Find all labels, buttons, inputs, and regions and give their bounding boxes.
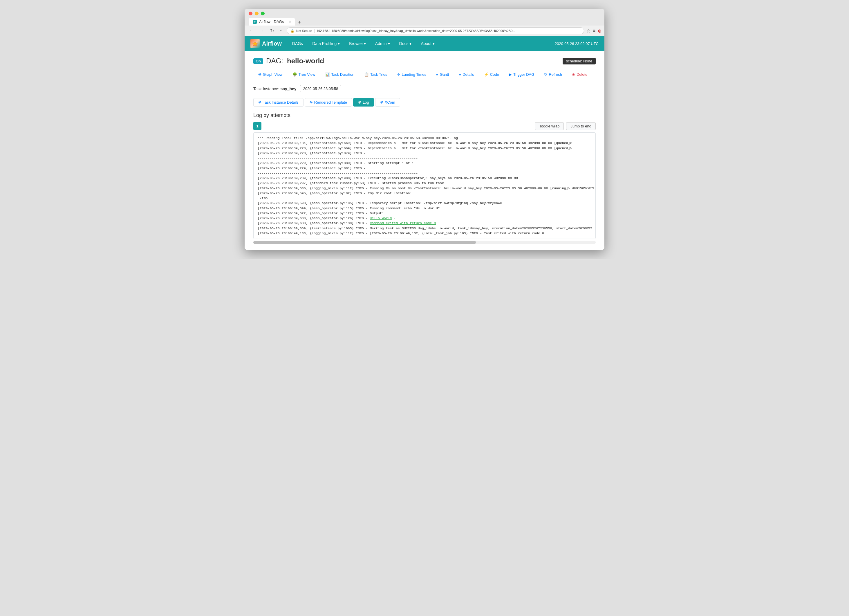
nav-docs-label: Docs [399,41,408,46]
new-tab-button[interactable]: + [296,19,303,25]
profile-button[interactable]: ⊗ [598,28,602,34]
log-controls: 1 Toggle wrap Jump to end [253,122,596,130]
nav-browse-arrow: ▾ [364,41,366,46]
landing-times-icon: ✈ [397,72,401,77]
dag-tab-nav: ❋ Graph View 🌳 Tree View 📊 Task Duration… [253,70,596,79]
task-instance-label: Task Instance: say_hey [253,87,296,91]
topbar-datetime: 2020-05-26 23:09:07 UTC [555,42,599,46]
browser-controls [249,12,600,15]
log-action-buttons: Toggle wrap Jump to end [535,122,596,130]
refresh-label: Refresh [549,72,562,77]
nav-docs-arrow: ▾ [410,41,411,46]
dag-header: On DAG: hello-world schedule: None [253,57,596,65]
not-secure-label: Not Secure [296,29,312,33]
dag-title: DAG: hello-world [266,57,324,65]
dag-title-name: hello-world [287,57,324,65]
nav-data-profiling-arrow: ▾ [338,41,340,46]
nav-admin[interactable]: Admin ▾ [371,37,395,51]
sub-tab-rendered-template[interactable]: ❋ Rendered Template [305,98,352,107]
tab-code[interactable]: ⚡ Code [479,70,504,79]
delete-icon: ⊗ [572,72,575,77]
toggle-wrap-button[interactable]: Toggle wrap [535,122,564,130]
trigger-dag-icon: ▶ [509,72,512,77]
logo-icon [250,39,260,48]
task-instance-details-label: Task Instance Details [263,100,299,104]
trigger-dag-label: Trigger DAG [513,72,534,77]
gantt-label: Gantt [440,72,449,77]
task-duration-label: Task Duration [331,72,354,77]
sub-tab-nav: ❋ Task Instance Details ❋ Rendered Templ… [253,98,596,107]
tab-delete[interactable]: ⊗ Delete [567,70,593,79]
tab-details[interactable]: ≡ Details [454,70,479,79]
rendered-template-icon: ❋ [310,100,313,104]
jump-to-end-button[interactable]: Jump to end [566,122,596,130]
app-logo: Airflow [250,39,282,48]
nav-browse[interactable]: Browse ▾ [344,37,371,51]
tab-trigger-dag[interactable]: ▶ Trigger DAG [504,70,539,79]
attempt-badge[interactable]: 1 [253,122,261,130]
log-section-title: Log by attempts [253,112,596,118]
nav-docs[interactable]: Docs ▾ [395,37,416,51]
tab-tree-view[interactable]: 🌳 Tree View [287,70,320,79]
url-separator: | [314,29,315,33]
details-icon: ≡ [459,72,461,77]
command-exit-output: Command exited with return code 0 [370,221,436,225]
tab-close-button[interactable]: × [289,20,291,24]
main-content: On DAG: hello-world schedule: None ❋ Gra… [244,51,605,250]
url-text: 192.168.1.150:8080/admin/airflow/log?tas… [317,29,515,33]
nav-admin-label: Admin [375,41,387,46]
dag-title-prefix: DAG: [266,57,283,65]
task-instance-row: Task Instance: say_hey 2020-05-26 23:05:… [253,85,596,92]
xcom-label: XCom [385,100,395,104]
nav-about-label: About [421,41,432,46]
app-topbar: Airflow DAGs Data Profiling ▾ Browse ▾ A… [244,36,605,51]
sub-tab-xcom[interactable]: ❋ XCom [375,98,400,107]
tree-view-icon: 🌳 [292,72,297,77]
rendered-template-label: Rendered Template [314,100,347,104]
browser-navbar: ← → ↻ ⌂ 🔒 Not Secure | 192.168.1.150:808… [244,25,605,36]
tab-landing-times[interactable]: ✈ Landing Times [392,70,432,79]
app-nav: DAGs Data Profiling ▾ Browse ▾ Admin ▾ D… [287,37,555,51]
nav-dags-label: DAGs [292,41,303,46]
code-icon: ⚡ [484,72,489,77]
arrow-icon: ↙ [394,216,396,220]
menu-button[interactable]: ≡ [593,28,596,33]
browser-window: ✈ Airflow - DAGs × + ← → ↻ ⌂ 🔒 Not Secur… [244,9,605,250]
tab-graph-view[interactable]: ❋ Graph View [253,70,287,79]
nav-data-profiling[interactable]: Data Profiling ▾ [308,37,344,51]
nav-browse-label: Browse [349,41,363,46]
nav-dags[interactable]: DAGs [287,37,308,51]
nav-about-arrow: ▾ [433,41,435,46]
bookmark-button[interactable]: ☆ [587,28,590,34]
sub-tab-task-instance-details[interactable]: ❋ Task Instance Details [253,98,304,107]
refresh-icon: ↻ [544,72,547,77]
tab-gantt[interactable]: ≡ Gantt [431,70,454,79]
refresh-button[interactable]: ↻ [268,28,276,34]
tab-task-tries[interactable]: 📋 Task Tries [359,70,392,79]
logo-text: Airflow [262,40,282,47]
forward-button[interactable]: → [258,28,266,34]
task-instance-date: 2020-05-26 23:05:58 [300,85,341,92]
on-badge: On [253,58,263,64]
nav-about[interactable]: About ▾ [416,37,439,51]
maximize-window-button[interactable] [261,12,265,15]
tab-task-duration[interactable]: 📊 Task Duration [320,70,359,79]
code-label: Code [490,72,499,77]
tree-view-label: Tree View [299,72,316,77]
task-tries-label: Task Tries [370,72,387,77]
back-button[interactable]: ← [247,28,256,34]
dag-title-row: On DAG: hello-world [253,57,324,65]
browser-tab-active[interactable]: ✈ Airflow - DAGs × [249,18,295,25]
xcom-icon: ❋ [380,100,383,104]
sub-tab-log[interactable]: ❋ Log [353,98,374,107]
home-button[interactable]: ⌂ [278,28,284,34]
task-instance-name: say_hey [280,87,296,91]
schedule-badge: schedule: None [563,58,596,64]
task-instance-details-icon: ❋ [258,100,261,104]
tab-refresh[interactable]: ↻ Refresh [539,70,567,79]
hello-world-output: Hello World [370,216,392,220]
close-window-button[interactable] [249,12,252,15]
log-scrollbar[interactable] [253,241,596,244]
address-bar[interactable]: 🔒 Not Secure | 192.168.1.150:8080/admin/… [287,27,584,34]
minimize-window-button[interactable] [255,12,259,15]
